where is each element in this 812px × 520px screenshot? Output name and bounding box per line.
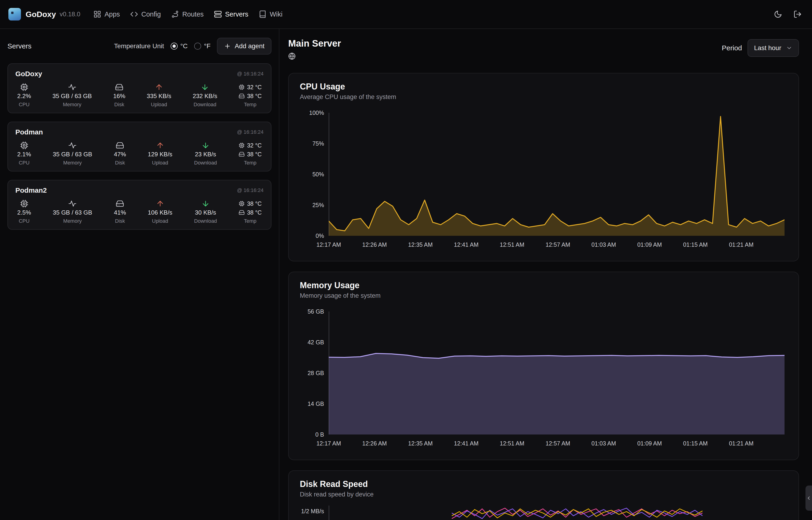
chart-subtitle: Disk read speed by device: [300, 491, 787, 498]
memory-value: 35 GB / 63 GB: [52, 92, 92, 100]
cpu-label: CPU: [19, 102, 29, 108]
globe-icon[interactable]: [288, 52, 296, 60]
main-nav: Apps Config Routes Servers Wiki: [93, 10, 283, 18]
upload-label: Upload: [151, 102, 167, 108]
disk-stat: 16% Disk: [113, 82, 125, 108]
config-icon: [130, 10, 138, 18]
x-tick-label: 01:21 AM: [729, 440, 754, 447]
cpu-value: 2.2%: [17, 92, 31, 100]
brand-title: GoDoxy: [26, 10, 56, 19]
server-card-godoxy[interactable]: GoDoxy @ 16:16:24 2.2% CPU 35 GB / 63 GB…: [7, 63, 272, 113]
y-tick-label: 42 GB: [300, 339, 324, 346]
server-name: Podman: [16, 128, 43, 136]
upload-icon: [156, 141, 164, 150]
temp-stat: 32 °C 38 °C Temp: [239, 82, 262, 108]
y-tick-label: 14 GB: [300, 400, 324, 408]
cpu-value: 2.1%: [17, 150, 31, 158]
disk-stat: 47% Disk: [114, 141, 126, 166]
radio-selected-dot: [171, 43, 178, 50]
disk-temp-value: 38 °C: [247, 151, 262, 158]
cpu-temp-icon: [239, 142, 245, 149]
disk-stat: 41% Disk: [114, 199, 126, 224]
memory-value: 35 GB / 63 GB: [53, 150, 92, 158]
upload-stat: 335 KB/s Upload: [147, 82, 171, 108]
temp-unit-celsius-radio[interactable]: °C: [171, 43, 188, 50]
nav-apps[interactable]: Apps: [93, 10, 120, 18]
x-tick-label: 12:26 AM: [362, 440, 387, 447]
memory-label: Memory: [63, 160, 82, 166]
x-tick-label: 01:09 AM: [637, 440, 662, 447]
x-tick-label: 01:15 AM: [683, 241, 708, 248]
server-updated-time: @ 16:16:24: [237, 71, 263, 77]
cpu-icon: [20, 200, 28, 208]
server-card-podman2[interactable]: Podman2 @ 16:16:24 2.5% CPU 35 GB / 63 G…: [7, 180, 272, 230]
x-tick-label: 12:57 AM: [546, 440, 570, 447]
cpu-stat: 2.2% CPU: [17, 82, 31, 108]
cpu-icon: [20, 141, 28, 150]
y-tick-label: 28 GB: [300, 369, 324, 377]
period-value: Last hour: [754, 44, 781, 52]
x-tick-label: 12:17 AM: [316, 440, 341, 447]
cpu-icon: [20, 83, 28, 91]
upload-value: 106 KB/s: [148, 208, 172, 217]
memory-stat: 35 GB / 63 GB Memory: [53, 199, 92, 224]
nav-apps-label: Apps: [105, 10, 120, 18]
cpu-label: CPU: [19, 160, 29, 166]
x-tick-label: 12:26 AM: [362, 241, 387, 248]
upload-stat: 129 KB/s Upload: [148, 141, 172, 166]
y-tick-label: 56 GB: [300, 308, 324, 315]
x-tick-label: 01:21 AM: [729, 241, 754, 248]
disk-label: Disk: [114, 102, 124, 108]
upload-value: 129 KB/s: [148, 150, 172, 158]
upload-value: 335 KB/s: [147, 92, 171, 100]
server-card-podman[interactable]: Podman @ 16:16:24 2.1% CPU 35 GB / 63 GB…: [7, 122, 272, 172]
x-tick-label: 12:17 AM: [316, 241, 341, 248]
nav-servers[interactable]: Servers: [214, 10, 248, 18]
nav-routes[interactable]: Routes: [171, 10, 204, 18]
download-value: 23 KB/s: [195, 150, 216, 158]
disk-temp-icon: [239, 209, 245, 215]
cpu-label: CPU: [19, 218, 29, 224]
disk-label: Disk: [115, 218, 125, 224]
servers-sidebar: Servers Temperature Unit °C °F Add agent…: [0, 29, 279, 520]
x-tick-label: 01:15 AM: [683, 440, 708, 447]
logout-icon[interactable]: [793, 10, 802, 19]
chart-svg: [329, 311, 785, 435]
radio-dot: [194, 43, 201, 50]
add-agent-button[interactable]: Add agent: [217, 38, 272, 54]
cpu-temp-icon: [239, 201, 245, 207]
memory-stat: 35 GB / 63 GB Memory: [52, 82, 92, 108]
temp-unit-fahrenheit-radio[interactable]: °F: [194, 43, 211, 50]
memory-usage-chart: 0 B14 GB28 GB42 GB56 GB12:17 AM12:26 AM1…: [300, 311, 787, 451]
download-label: Download: [194, 160, 217, 166]
memory-icon: [68, 200, 77, 208]
server-name: Podman2: [16, 186, 47, 194]
upload-label: Upload: [152, 218, 168, 224]
period-select[interactable]: Last hour: [748, 39, 799, 57]
period-label: Period: [722, 44, 742, 52]
dark-mode-icon[interactable]: [774, 10, 782, 19]
memory-stat: 35 GB / 63 GB Memory: [53, 141, 92, 166]
sidebar-collapse-handle[interactable]: [806, 486, 812, 511]
x-tick-label: 12:51 AM: [500, 241, 525, 248]
nav-wiki[interactable]: Wiki: [259, 10, 283, 18]
navbar: GoDoxy v0.18.0 Apps Config Routes Server…: [0, 0, 812, 29]
download-icon: [201, 83, 209, 91]
y-tick-label: 100%: [300, 109, 324, 116]
memory-label: Memory: [63, 218, 82, 224]
nav-config[interactable]: Config: [130, 10, 161, 18]
chart-title: Disk Read Speed: [300, 479, 787, 489]
cpu-usage-card: CPU Usage Average CPU usage of the syste…: [288, 73, 799, 261]
temp-stat: 32 °C 38 °C Temp: [239, 141, 262, 166]
cpu-usage-chart: 0%25%50%75%100%12:17 AM12:26 AM12:35 AM1…: [300, 113, 787, 253]
cpu-stat: 2.1% CPU: [17, 141, 31, 166]
cpu-temp-value: 32 °C: [247, 142, 262, 149]
routes-icon: [171, 10, 179, 18]
chart-subtitle: Average CPU usage of the system: [300, 94, 787, 101]
memory-icon: [68, 83, 76, 91]
disk-value: 41%: [114, 208, 126, 217]
x-tick-label: 01:09 AM: [637, 241, 662, 248]
chart-subtitle: Memory usage of the system: [300, 292, 787, 300]
chart-svg: [329, 113, 785, 236]
cpu-temp-value: 32 °C: [247, 84, 262, 90]
